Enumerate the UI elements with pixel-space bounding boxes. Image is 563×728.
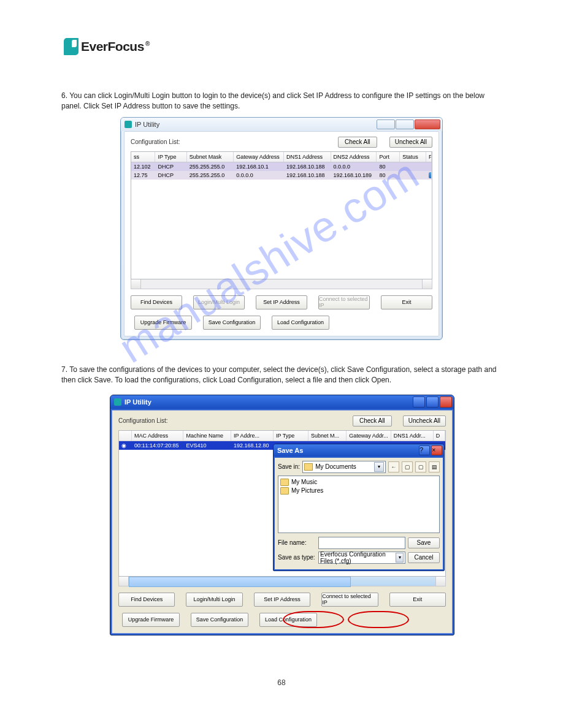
dropdown-icon[interactable]: ▾ — [396, 553, 404, 563]
help-button[interactable]: ? — [419, 446, 430, 455]
col-dns1[interactable]: DNS1 Addr... — [391, 431, 434, 441]
device-table: ss IP Type Subnet Mask Gateway Address D… — [131, 151, 432, 279]
col-mac[interactable]: MAC Address — [132, 431, 183, 441]
col-dns1[interactable]: DNS1 Address — [284, 152, 331, 162]
maximize-button[interactable] — [426, 396, 439, 408]
scroll-right-icon[interactable] — [435, 577, 445, 586]
new-folder-icon[interactable]: ▢ — [415, 461, 426, 472]
folder-icon — [280, 487, 289, 495]
connect-button[interactable]: Connect to selected IP — [321, 593, 378, 607]
list-item[interactable]: My Pictures — [280, 487, 437, 495]
window-title: IP Utility — [135, 121, 159, 128]
saveas-body: Save in: My Documents ▾ ← ▢ ▢ ▤ — [275, 458, 443, 569]
col-address-suffix[interactable]: ss — [131, 152, 155, 162]
load-configuration-button[interactable]: Load Configuration — [259, 613, 317, 627]
filetype-combo[interactable]: Everfocus Configuration Files (*.cfg) ▾ — [318, 552, 405, 564]
titlebar: IP Utility — [121, 118, 442, 131]
col-ip-type[interactable]: IP Type — [155, 152, 186, 162]
table-row[interactable]: 12.75 DHCP 255.255.255.0 0.0.0.0 192.168… — [131, 171, 432, 180]
filename-label: File name: — [278, 539, 316, 546]
col-progress[interactable]: Progress — [426, 152, 432, 162]
window-ip-utility-win7: IP Utility Configuration List: Check All… — [120, 117, 443, 340]
set-ip-button[interactable]: Set IP Address — [254, 593, 310, 607]
logo-mark-icon — [64, 38, 79, 55]
close-button[interactable] — [440, 396, 452, 408]
table-body: 12.102 DHCP 255.255.255.0 192.168.10.1 1… — [131, 162, 432, 279]
filename-input[interactable] — [318, 537, 405, 549]
col-port[interactable]: Port — [377, 152, 400, 162]
close-button[interactable]: × — [431, 446, 442, 455]
save-configuration-button[interactable]: Save Configuration — [203, 316, 261, 330]
brand-name: EverFocus® — [81, 39, 150, 54]
table-header: MAC Address Machine Name IP Addre... IP … — [119, 431, 445, 441]
row-radio[interactable]: ◉ — [119, 442, 132, 449]
uncheck-all-button[interactable]: Uncheck All — [389, 137, 432, 148]
save-configuration-button[interactable]: Save Configuration — [191, 613, 248, 627]
login-button[interactable]: Login/Multi Login — [193, 295, 245, 309]
horizontal-scrollbar[interactable] — [131, 279, 432, 289]
col-subnet-mask[interactable]: Subnet Mask — [187, 152, 234, 162]
horizontal-scrollbar[interactable] — [118, 577, 446, 586]
titlebar: IP Utility — [110, 395, 454, 409]
login-button[interactable]: Login/Multi Login — [186, 593, 242, 607]
app-icon — [124, 121, 132, 128]
minimize-button[interactable] — [413, 396, 425, 408]
save-in-combo[interactable]: My Documents ▾ — [302, 461, 386, 473]
col-gateway[interactable]: Gateway Address — [234, 152, 284, 162]
col-checkbox[interactable] — [119, 431, 132, 441]
find-devices-button[interactable]: Find Devices — [131, 295, 182, 309]
uncheck-all-button[interactable]: Uncheck All — [403, 415, 446, 427]
scroll-right-icon[interactable] — [422, 279, 432, 289]
app-icon — [114, 398, 121, 406]
back-icon[interactable]: ← — [388, 461, 399, 472]
configuration-list-label: Configuration List: — [118, 417, 168, 424]
check-all-button[interactable]: Check All — [338, 137, 377, 148]
filetype-label: Save as type: — [278, 554, 316, 561]
col-ip-address[interactable]: IP Addre... — [231, 431, 274, 441]
load-configuration-button[interactable]: Load Configuration — [272, 316, 329, 330]
progress-complete: Completed — [426, 172, 432, 178]
check-all-button[interactable]: Check All — [353, 415, 392, 427]
col-d[interactable]: D — [434, 431, 445, 441]
up-folder-icon[interactable]: ▢ — [402, 461, 413, 472]
list-item[interactable]: My Music — [280, 478, 437, 487]
upgrade-firmware-button[interactable]: Upgrade Firmware — [134, 316, 192, 330]
maximize-button[interactable] — [396, 119, 414, 129]
save-as-dialog: Save As ? × Save in: My Documents — [273, 444, 445, 571]
col-ip-type[interactable]: IP Type — [274, 431, 308, 441]
minimize-button[interactable] — [377, 119, 395, 129]
scroll-left-icon[interactable] — [119, 577, 129, 586]
find-devices-button[interactable]: Find Devices — [118, 593, 175, 607]
window-ip-utility-xp: IP Utility Configuration List: Check All… — [110, 395, 454, 635]
saveas-title: Save As — [277, 447, 303, 454]
file-list[interactable]: My Music My Pictures — [278, 476, 440, 533]
set-ip-button[interactable]: Set IP Address — [256, 295, 307, 309]
save-in-label: Save in: — [278, 463, 300, 470]
col-gateway[interactable]: Gateway Addr... — [347, 431, 391, 441]
dropdown-icon[interactable]: ▾ — [374, 462, 384, 472]
instruction-step-7: 7. To save the configurations of the dev… — [61, 365, 502, 386]
brand-logo: EverFocus® — [64, 38, 502, 55]
cancel-button[interactable]: Cancel — [408, 552, 440, 563]
instruction-step-6: 6. You can click Login/Multi Login butto… — [61, 91, 502, 112]
close-button[interactable] — [415, 119, 440, 129]
scroll-left-icon[interactable] — [131, 279, 141, 289]
connect-button[interactable]: Connect to selected IP — [318, 295, 370, 309]
table-header: ss IP Type Subnet Mask Gateway Address D… — [131, 152, 432, 162]
saveas-titlebar: Save As ? × — [274, 444, 444, 457]
table-row[interactable]: 12.102 DHCP 255.255.255.0 192.168.10.1 1… — [131, 162, 432, 171]
upgrade-firmware-button[interactable]: Upgrade Firmware — [122, 613, 180, 627]
folder-icon — [304, 463, 313, 471]
col-subnet[interactable]: Subnet M... — [308, 431, 347, 441]
views-icon[interactable]: ▤ — [429, 461, 440, 472]
folder-icon — [280, 479, 289, 486]
col-machine-name[interactable]: Machine Name — [183, 431, 231, 441]
exit-button[interactable]: Exit — [381, 295, 432, 309]
col-status[interactable]: Status — [400, 152, 426, 162]
page-number: 68 — [61, 678, 502, 687]
col-dns2[interactable]: DNS2 Address — [331, 152, 377, 162]
window-title: IP Utility — [124, 398, 151, 406]
exit-button[interactable]: Exit — [389, 593, 446, 607]
save-button[interactable]: Save — [408, 537, 440, 548]
client-area: Configuration List: Check All Uncheck Al… — [124, 131, 439, 336]
